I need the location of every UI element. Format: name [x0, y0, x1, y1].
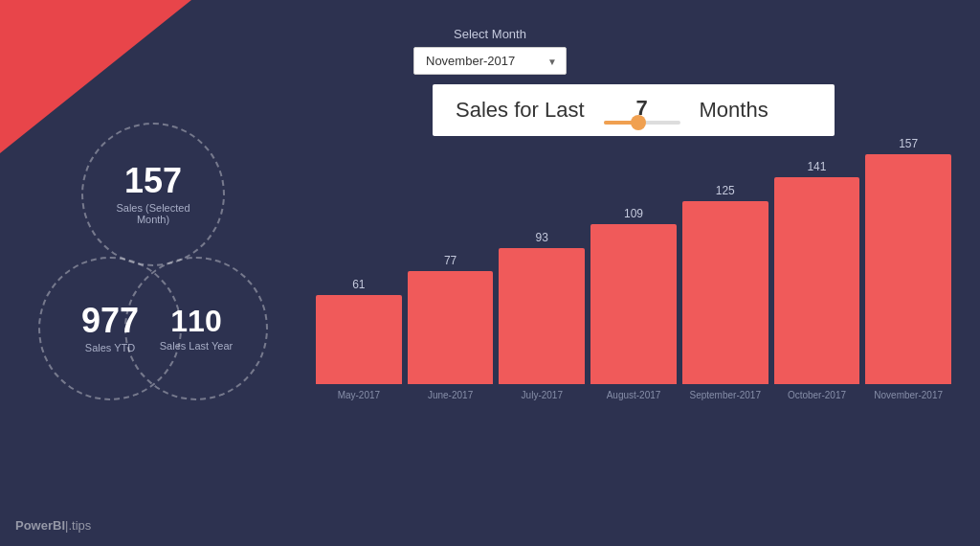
- bar-x-label: November-2017: [874, 390, 943, 400]
- slider-track[interactable]: [604, 121, 680, 125]
- bar: [774, 177, 860, 384]
- chart-area: Sales for Last 7 Months 61May-201777June…: [287, 84, 961, 400]
- bar: [682, 201, 768, 384]
- dropdown-label: Select Month: [454, 27, 526, 41]
- dropdown-wrapper[interactable]: November-2017 October-2017 September-201…: [413, 47, 567, 75]
- bar-value-label: 125: [716, 184, 735, 197]
- venn-selected-value: 157: [124, 164, 182, 198]
- bar-x-label: September-2017: [689, 390, 761, 400]
- branding: PowerBI|.tips: [15, 518, 91, 533]
- main-content: Select Month November-2017 October-2017 …: [0, 0, 980, 546]
- bar: [408, 271, 494, 384]
- bar-group: 141October-2017: [774, 160, 860, 400]
- dropdown-container: Select Month November-2017 October-2017 …: [413, 27, 567, 75]
- bar-x-label: May-2017: [338, 390, 380, 400]
- bar-x-label: June-2017: [428, 390, 473, 400]
- venn-last-year-label: Sales Last Year: [160, 340, 233, 352]
- venn-last-year: 110 Sales Last Year: [124, 257, 268, 400]
- bar-group: 109August-2017: [590, 207, 677, 400]
- bar-value-label: 93: [536, 231, 548, 244]
- venn-selected-label: Sales (Selected Month): [100, 202, 206, 225]
- bar-chart: 61May-201777June-201793July-2017109Augus…: [316, 151, 951, 400]
- brand-text: PowerBI|.tips: [15, 518, 91, 533]
- bar-group: 157November-2017: [865, 137, 951, 400]
- bar: [499, 248, 585, 384]
- bar-x-label: July-2017: [522, 390, 563, 400]
- top-controls: Select Month November-2017 October-2017 …: [0, 0, 980, 75]
- bar-x-label: August-2017: [607, 390, 661, 400]
- bar-value-label: 109: [624, 207, 643, 220]
- brand-tips: .tips: [68, 518, 91, 533]
- venn-diagram: 157 Sales (Selected Month) 977 Sales YTD…: [19, 103, 287, 429]
- bar: [590, 224, 677, 384]
- bar-x-label: October-2017: [788, 390, 846, 400]
- brand-bold: PowerBI: [15, 518, 65, 533]
- month-select[interactable]: November-2017 October-2017 September-201…: [413, 47, 567, 75]
- bar-chart-wrapper: 61May-201777June-201793July-2017109Augus…: [306, 151, 961, 400]
- middle-area: 157 Sales (Selected Month) 977 Sales YTD…: [0, 75, 980, 546]
- month-slider[interactable]: 7: [604, 96, 680, 125]
- bar-value-label: 157: [899, 137, 918, 150]
- sales-title-suffix: Months: [700, 98, 768, 123]
- bar: [316, 295, 402, 384]
- bar-group: 93July-2017: [499, 231, 585, 400]
- bar-group: 61May-2017: [316, 278, 402, 400]
- venn-selected-month: 157 Sales (Selected Month): [81, 123, 225, 266]
- bar-group: 77June-2017: [408, 254, 494, 400]
- sales-title-prefix: Sales for Last: [456, 98, 585, 123]
- venn-last-year-value: 110: [170, 306, 221, 336]
- bar-value-label: 141: [807, 160, 826, 173]
- sales-title-box: Sales for Last 7 Months: [433, 84, 835, 136]
- bar-value-label: 61: [352, 278, 365, 291]
- bar: [865, 154, 951, 384]
- bar-group: 125September-2017: [682, 184, 768, 400]
- bar-value-label: 77: [444, 254, 457, 267]
- slider-thumb[interactable]: [631, 115, 646, 130]
